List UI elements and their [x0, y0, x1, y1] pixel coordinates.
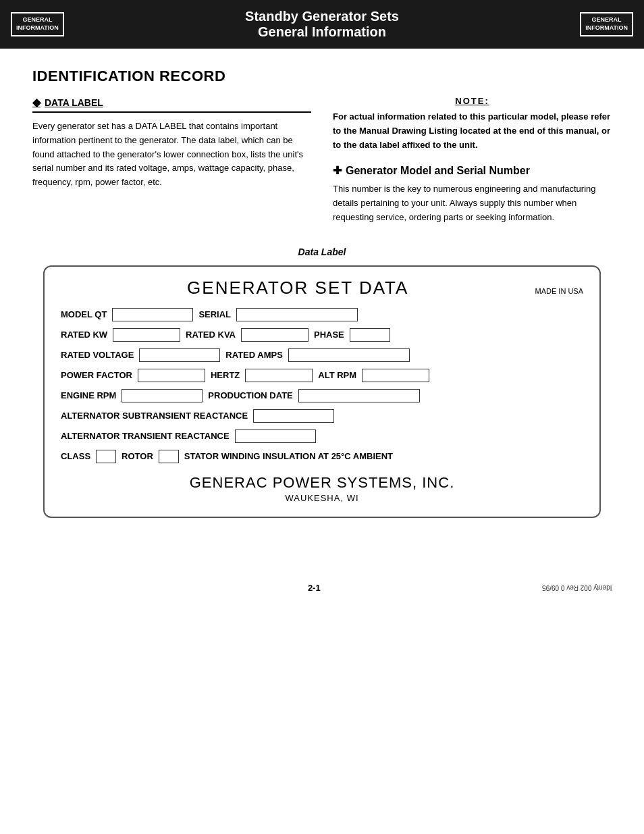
page-header: GENERAL INFORMATION Standby Generator Se… — [0, 0, 644, 49]
card-footer-name: GENERAC POWER SYSTEMS, INC. — [61, 474, 583, 492]
footer-right: Identy 002 Rev 0 09/95 — [542, 584, 612, 592]
col-right: NOTE: For actual information related to … — [333, 96, 612, 225]
class-field — [96, 450, 116, 463]
card-row-voltage-amps: RATED VOLTAGE RATED AMPS — [61, 348, 583, 362]
gen-model-heading: ✚ Generator Model and Serial Number — [333, 164, 612, 177]
rotor-field — [159, 450, 179, 463]
phase-field — [350, 328, 390, 342]
card-row-pf-hertz-altrpm: POWER FACTOR HERTZ ALT RPM — [61, 369, 583, 382]
hertz-field — [245, 369, 313, 382]
alt-transient-field — [235, 429, 316, 443]
header-logo-right: GENERAL INFORMATION — [580, 12, 633, 36]
card-row-class-rotor-stator: CLASS ROTOR STATOR WINDING INSULATION AT… — [61, 450, 583, 463]
card-footer: GENERAC POWER SYSTEMS, INC. WAUKESHA, WI — [61, 474, 583, 503]
section-title: IDENTIFICATION RECORD — [32, 68, 612, 85]
rated-kw-field — [113, 328, 180, 342]
card-row-subtransient: ALTERNATOR SUBTRANSIENT REACTANCE — [61, 409, 583, 423]
page-footer: 2-1 Identy 002 Rev 0 09/95 — [0, 575, 644, 598]
card-row-kw-kva-phase: RATED KW RATED KVA PHASE — [61, 328, 583, 342]
note-text: For actual information related to this p… — [333, 110, 612, 152]
col-left: ◆ DATA LABEL Every generator set has a D… — [32, 96, 311, 225]
card-row-model-serial: MODEL QT SERIAL — [61, 308, 583, 321]
engine-rpm-field — [122, 389, 203, 402]
diamond-icon: ◆ — [32, 96, 41, 109]
generator-card: GENERATOR SET DATA MADE IN USA MODEL QT … — [43, 265, 601, 518]
alt-rpm-field — [362, 369, 429, 382]
data-label-caption: Data Label — [32, 246, 612, 257]
production-date-field — [298, 389, 420, 402]
card-footer-city: WAUKESHA, WI — [61, 493, 583, 503]
header-logo-left: GENERAL INFORMATION — [11, 12, 64, 36]
rated-kva-field — [241, 328, 308, 342]
card-main-title: GENERATOR SET DATA — [61, 278, 535, 298]
serial-field — [236, 308, 358, 321]
page-content: IDENTIFICATION RECORD ◆ DATA LABEL Every… — [0, 49, 644, 534]
page-number: 2-1 — [308, 583, 321, 593]
two-col-layout: ◆ DATA LABEL Every generator set has a D… — [32, 96, 612, 225]
header-title: Standby Generator Sets General Informati… — [64, 9, 580, 40]
alt-subtransient-field — [253, 409, 334, 423]
cross-icon: ✚ — [333, 164, 342, 177]
card-header-row: GENERATOR SET DATA MADE IN USA — [61, 278, 583, 298]
note-heading: NOTE: — [333, 96, 612, 106]
card-made-in: MADE IN USA — [535, 287, 583, 295]
rated-voltage-field — [139, 348, 220, 362]
model-field — [112, 308, 193, 321]
card-row-enginerpm-proddate: ENGINE RPM PRODUCTION DATE — [61, 389, 583, 402]
power-factor-field — [138, 369, 205, 382]
gen-model-text: This number is the key to numerous engin… — [333, 182, 612, 224]
data-label-heading: ◆ DATA LABEL — [32, 96, 311, 113]
card-row-transient: ALTERNATOR TRANSIENT REACTANCE — [61, 429, 583, 443]
rated-amps-field — [288, 348, 410, 362]
